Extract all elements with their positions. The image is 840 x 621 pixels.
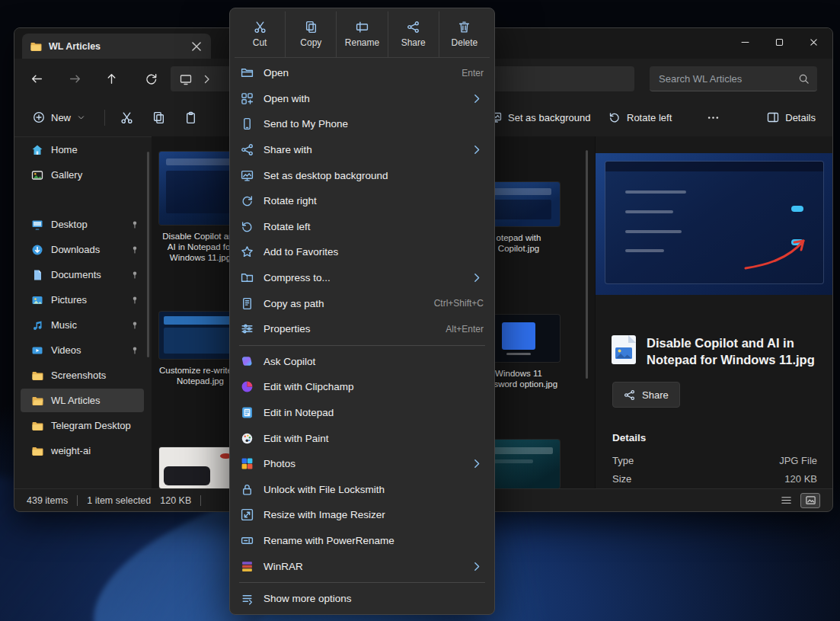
sidebar-item-desktop[interactable]: Desktop xyxy=(21,213,144,236)
quick-action-copy[interactable]: Copy xyxy=(285,11,336,57)
forward-icon xyxy=(69,72,81,85)
favorites-icon xyxy=(241,245,254,258)
cut-button[interactable] xyxy=(112,105,141,130)
menu-item-share-with[interactable]: Share with xyxy=(233,137,491,163)
tab-close-icon[interactable] xyxy=(190,40,203,53)
refresh-button[interactable] xyxy=(138,66,164,91)
search-box[interactable] xyxy=(650,66,817,91)
content-scrollbar[interactable] xyxy=(586,150,588,379)
set-as-background-label: Set as background xyxy=(508,112,590,123)
context-menu-items: OpenEnterOpen withSend to My PhoneShare … xyxy=(233,58,491,611)
back-button[interactable] xyxy=(24,66,50,91)
sidebar-item-documents[interactable]: Documents xyxy=(21,263,144,286)
paint-icon xyxy=(241,432,254,445)
close-button[interactable] xyxy=(797,28,831,56)
sidebar-item-music[interactable]: Music xyxy=(21,313,144,337)
rotate-left-icon xyxy=(241,220,254,233)
more-options-button[interactable] xyxy=(698,105,727,130)
menu-item-shortcut: Enter xyxy=(462,68,484,78)
details-toggle-button[interactable]: Details xyxy=(761,105,822,130)
paste-button[interactable] xyxy=(176,105,205,130)
forward-button[interactable] xyxy=(62,66,88,91)
menu-item-rotate-left[interactable]: Rotate left xyxy=(233,214,491,240)
menu-item-send-to-my-phone[interactable]: Send to My Phone xyxy=(233,111,491,137)
menu-item-label: Show more options xyxy=(263,593,352,604)
menu-item-rename-with-powerrename[interactable]: Rename with PowerRename xyxy=(233,528,491,554)
sidebar-item-screenshots[interactable]: Screenshots xyxy=(21,363,144,387)
search-icon xyxy=(798,73,810,85)
maximize-button[interactable] xyxy=(762,28,797,56)
quick-action-rename[interactable]: Rename xyxy=(336,11,387,57)
sidebar-item-label: Desktop xyxy=(51,219,88,230)
menu-item-copy-as-path[interactable]: Copy as pathCtrl+Shift+C xyxy=(233,290,491,316)
photos-icon xyxy=(241,457,254,470)
menu-item-label: Copy as path xyxy=(263,298,324,309)
set-as-background-button[interactable]: Set as background xyxy=(484,105,596,130)
sidebar-item-downloads[interactable]: Downloads xyxy=(21,238,144,261)
new-button[interactable]: New xyxy=(25,105,93,130)
tab-wl-articles[interactable]: WL Articles xyxy=(22,34,211,59)
quick-action-label: Copy xyxy=(300,37,321,48)
menu-item-photos[interactable]: Photos xyxy=(233,451,491,477)
sidebar-item-pictures[interactable]: Pictures xyxy=(21,288,144,312)
sidebar-item-telegram-desktop[interactable]: Telegram Desktop xyxy=(21,414,144,437)
up-button[interactable] xyxy=(98,66,124,91)
menu-item-rotate-right[interactable]: Rotate right xyxy=(233,188,491,214)
menu-item-properties[interactable]: PropertiesAlt+Enter xyxy=(233,316,491,342)
cut-icon xyxy=(254,21,267,34)
quick-action-delete[interactable]: Delete xyxy=(439,11,490,57)
menu-item-open[interactable]: OpenEnter xyxy=(233,60,491,86)
menu-item-winrar[interactable]: WinRAR xyxy=(233,553,491,579)
menu-item-label: Rotate right xyxy=(263,195,317,206)
gallery-icon xyxy=(31,169,43,181)
menu-item-ask-copilot[interactable]: Ask Copilot xyxy=(233,349,491,375)
share-button[interactable]: Share xyxy=(612,382,680,408)
menu-item-edit-in-notepad[interactable]: Edit in Notepad xyxy=(233,400,491,426)
red-arrow xyxy=(738,229,817,271)
desktop: WL Articles xyxy=(0,0,840,621)
menu-item-compress-to[interactable]: Compress to... xyxy=(233,265,491,291)
quick-action-cut[interactable]: Cut xyxy=(235,11,285,57)
detail-label: Size xyxy=(612,473,631,485)
rotate-left-button[interactable]: Rotate left xyxy=(602,105,678,130)
menu-item-set-as-desktop-background[interactable]: Set as desktop background xyxy=(233,162,491,188)
menu-item-add-to-favorites[interactable]: Add to Favorites xyxy=(233,239,491,265)
tab-title: WL Articles xyxy=(49,41,101,52)
sidebar-item-gallery[interactable]: Gallery xyxy=(21,163,144,187)
menu-item-label: Unlock with File Locksmith xyxy=(263,484,385,495)
search-input[interactable] xyxy=(657,72,798,85)
sidebar: HomeGalleryDesktopDownloadsDocumentsPict… xyxy=(14,136,152,488)
pin-icon xyxy=(130,220,139,229)
copy-icon xyxy=(152,111,165,124)
quick-action-share[interactable]: Share xyxy=(388,11,439,57)
menu-item-open-with[interactable]: Open with xyxy=(233,86,491,112)
minimize-icon xyxy=(740,37,750,47)
detail-row-size: Size 120 KB xyxy=(612,473,817,485)
phone-icon xyxy=(241,117,254,130)
view-toggles xyxy=(778,493,820,508)
sidebar-scrollbar[interactable] xyxy=(147,152,149,357)
details-heading: Details xyxy=(612,432,646,443)
menu-item-label: Ask Copilot xyxy=(263,356,315,367)
folder-icon xyxy=(30,40,42,53)
minimize-button[interactable] xyxy=(728,28,762,56)
sidebar-item-videos[interactable]: Videos xyxy=(21,338,144,362)
thumbnail-view-icon xyxy=(805,495,816,506)
sidebar-item-weight-ai[interactable]: weight-ai xyxy=(21,439,144,463)
breadcrumb-chevron-icon xyxy=(201,73,213,85)
ellipsis-icon xyxy=(707,111,720,124)
menu-item-resize-with-image-resizer[interactable]: Resize with Image Resizer xyxy=(233,502,491,528)
menu-item-edit-with-clipchamp[interactable]: Edit with Clipchamp xyxy=(233,374,491,400)
copy-button[interactable] xyxy=(144,105,173,130)
menu-item-show-more-options[interactable]: Show more options xyxy=(233,586,491,612)
rotate-right-icon xyxy=(241,194,254,207)
downloads-icon xyxy=(31,244,43,256)
sidebar-item-wl-articles[interactable]: WL Articles xyxy=(21,389,144,412)
list-view-button[interactable] xyxy=(778,494,794,507)
menu-item-edit-with-paint[interactable]: Edit with Paint xyxy=(233,425,491,451)
share-icon xyxy=(241,143,254,156)
sidebar-item-home[interactable]: Home xyxy=(21,138,144,162)
thumbnail-view-button[interactable] xyxy=(800,493,820,508)
menu-item-label: Photos xyxy=(263,458,295,469)
menu-item-unlock-with-file-locksmith[interactable]: Unlock with File Locksmith xyxy=(233,477,491,503)
